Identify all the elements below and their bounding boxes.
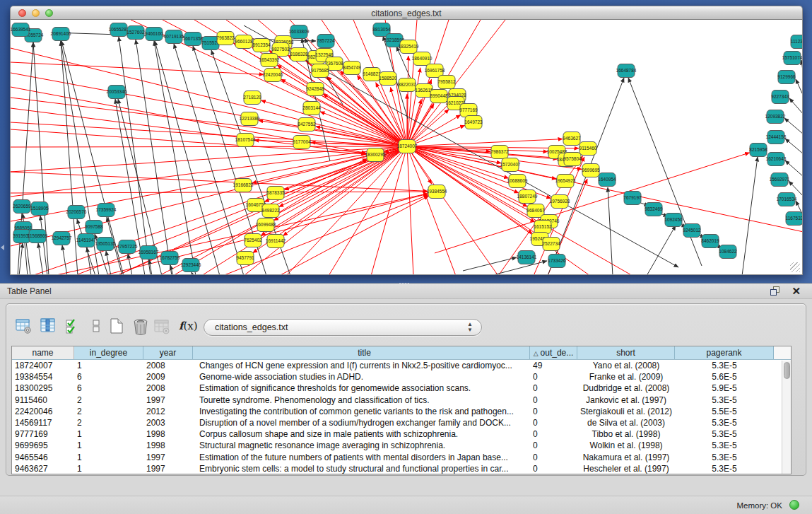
- cell-year[interactable]: 2009: [143, 371, 193, 382]
- graph-node[interactable]: 16033809: [289, 25, 310, 39]
- cell-out_de[interactable]: 0: [530, 428, 577, 440]
- graph-node[interactable]: 19756928: [550, 195, 570, 209]
- cell-out_de[interactable]: 0: [530, 452, 577, 463]
- cell-title[interactable]: Estimation of the future numbers of pati…: [193, 452, 530, 463]
- cell-name[interactable]: 18724007: [12, 360, 74, 371]
- column-header-name[interactable]: name: [12, 346, 74, 359]
- cell-in_degree[interactable]: 1: [74, 440, 143, 451]
- cell-title[interactable]: Corpus callosum shape and size in male p…: [193, 428, 530, 440]
- graph-node[interactable]: 7625402: [244, 234, 262, 247]
- vertical-scrollbar[interactable]: [782, 361, 791, 474]
- scrollbar-thumb[interactable]: [784, 362, 790, 379]
- cell-pagerank[interactable]: 5.3E-5: [675, 440, 774, 451]
- graph-node[interactable]: 17359924: [96, 204, 117, 217]
- graph-node[interactable]: 7679197: [623, 192, 642, 205]
- graph-node[interactable]: 17016534: [777, 193, 797, 206]
- column-header-title[interactable]: title: [193, 346, 530, 359]
- graph-node[interactable]: 12923446: [181, 259, 201, 272]
- graph-node[interactable]: 15692971: [770, 173, 790, 187]
- graph-node[interactable]: 18300295: [365, 148, 386, 162]
- graph-node[interactable]: 1084622: [719, 245, 737, 259]
- cell-year[interactable]: 2008: [143, 382, 193, 394]
- cell-out_de[interactable]: 0: [530, 417, 577, 428]
- cell-in_degree[interactable]: 1: [74, 428, 143, 440]
- cell-name[interactable]: 9699695: [12, 440, 74, 451]
- graph-node[interactable]: 18107544: [235, 134, 256, 147]
- cell-out_de[interactable]: 0: [530, 463, 577, 474]
- graph-node[interactable]: 16543392: [259, 54, 280, 67]
- graph-node[interactable]: 16782759: [160, 252, 180, 265]
- graph-node[interactable]: 12093822: [765, 110, 786, 124]
- cell-out_de[interactable]: 0: [530, 371, 577, 382]
- cell-in_degree[interactable]: 6: [74, 371, 143, 382]
- function-builder-button[interactable]: f(x): [179, 320, 197, 338]
- graph-node[interactable]: 1167533: [786, 212, 803, 226]
- cell-short[interactable]: Dudbridge et al. (2008): [577, 382, 675, 394]
- cell-year[interactable]: 2012: [143, 406, 193, 417]
- graph-node[interactable]: 11451947: [76, 234, 97, 247]
- cell-title[interactable]: Investigating the contribution of common…: [193, 406, 530, 417]
- cell-pagerank[interactable]: 5.3E-5: [675, 452, 774, 463]
- cell-name[interactable]: 9463627: [12, 463, 74, 474]
- cell-name[interactable]: 9465546: [12, 452, 74, 463]
- graph-node[interactable]: 2718120: [243, 91, 261, 105]
- cell-short[interactable]: Hescheler et al. (1997): [577, 463, 675, 474]
- cell-pagerank[interactable]: 5.3E-5: [675, 395, 774, 406]
- graph-node[interactable]: 9245012: [683, 224, 701, 238]
- cell-title[interactable]: Genome-wide association studies in ADHD.: [193, 371, 530, 382]
- graph-node[interactable]: 9115460: [579, 142, 597, 156]
- graph-node[interactable]: 18325419: [399, 40, 419, 54]
- graph-node[interactable]: 7857224: [317, 35, 335, 48]
- graph-node[interactable]: 17957225: [117, 240, 138, 254]
- cell-short[interactable]: Stergiakouli et al. (2012): [577, 406, 675, 417]
- cell-year[interactable]: 1998: [143, 440, 193, 451]
- cell-out_de[interactable]: 0: [530, 395, 577, 406]
- cell-out_de[interactable]: 0: [530, 440, 577, 451]
- graph-node[interactable]: 19166822: [233, 179, 254, 192]
- graph-node[interactable]: 19654923: [555, 175, 576, 188]
- graph-node[interactable]: 20891406: [51, 28, 71, 41]
- graph-node[interactable]: 12942757: [52, 232, 72, 245]
- graph-node[interactable]: 8454749: [343, 62, 361, 75]
- cell-out_de[interactable]: 0: [530, 406, 577, 417]
- collapse-panel-arrow-icon[interactable]: [1, 245, 4, 250]
- graph-node[interactable]: 12444158: [766, 131, 787, 144]
- graph-node[interactable]: 1588520: [379, 72, 397, 86]
- graph-node[interactable]: 16639541: [11, 23, 31, 37]
- cell-title[interactable]: Estimation of significance thresholds fo…: [193, 382, 530, 394]
- graph-node[interactable]: 8427552: [298, 118, 316, 132]
- graph-node[interactable]: 10688609: [507, 175, 528, 188]
- graph-node[interactable]: 9242848: [306, 83, 324, 96]
- cell-in_degree[interactable]: 1: [74, 360, 143, 371]
- graph-node[interactable]: 7955812: [437, 76, 456, 89]
- network-view-window[interactable]: citations_edges.txt 18724007240557242089…: [10, 6, 803, 275]
- graph-node[interactable]: 20053346: [107, 86, 127, 99]
- cell-year[interactable]: 1997: [143, 452, 193, 463]
- column-header-year[interactable]: year: [143, 346, 193, 359]
- new-table-button[interactable]: [108, 317, 126, 336]
- graph-node[interactable]: 1092450: [664, 214, 683, 227]
- graph-node[interactable]: 1640954: [598, 173, 616, 187]
- cell-title[interactable]: Structural magnetic resonance image aver…: [193, 440, 530, 451]
- cell-name[interactable]: 9777169: [12, 428, 74, 440]
- graph-node[interactable]: 16099488: [256, 218, 276, 232]
- cell-pagerank[interactable]: 5.3E-5: [675, 428, 774, 440]
- graph-node[interactable]: 2522734: [542, 238, 560, 251]
- window-titlebar[interactable]: citations_edges.txt: [10, 6, 803, 20]
- cell-in_degree[interactable]: 6: [74, 382, 143, 394]
- cell-out_de[interactable]: 0: [530, 382, 577, 394]
- graph-node[interactable]: 18640910: [412, 52, 433, 66]
- cell-year[interactable]: 2008: [143, 360, 193, 371]
- graph-node[interactable]: 9227343: [771, 90, 789, 104]
- cell-short[interactable]: Nakamura et al. (1997): [577, 452, 675, 463]
- column-header-in_degree[interactable]: in_degree: [74, 346, 143, 359]
- graph-node[interactable]: 2620659: [13, 200, 31, 214]
- cell-short[interactable]: Franke et al. (2009): [577, 371, 675, 382]
- cell-name[interactable]: 18300295: [12, 382, 74, 394]
- graph-node[interactable]: 16671358: [183, 33, 204, 46]
- graph-node[interactable]: 15720407: [500, 158, 521, 172]
- cell-in_degree[interactable]: 1: [74, 452, 143, 463]
- table-row[interactable]: 1830029562008Estimation of significance …: [12, 382, 791, 394]
- graph-node[interactable]: 9175685: [311, 64, 329, 78]
- graph-node[interactable]: 8912354: [252, 39, 271, 52]
